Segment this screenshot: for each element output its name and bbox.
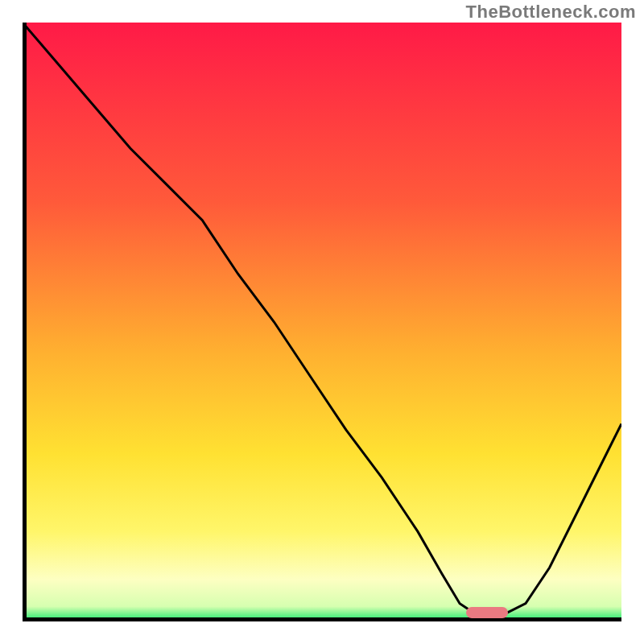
plot-area [23, 23, 621, 621]
optimum-marker [466, 607, 508, 618]
gradient-background [23, 23, 621, 621]
gradient-rect [23, 23, 621, 621]
watermark-text: TheBottleneck.com [466, 2, 636, 23]
